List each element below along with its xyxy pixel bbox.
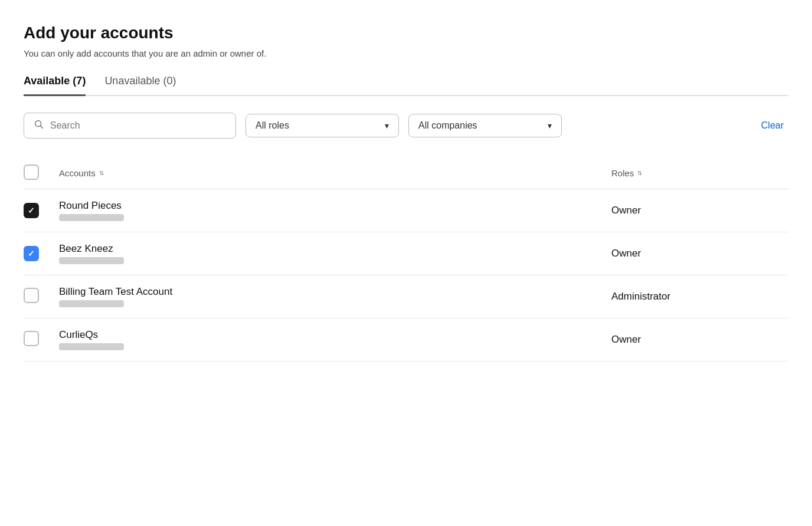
account-sub-label: [59, 257, 124, 264]
role-label: Owner: [611, 248, 641, 259]
companies-select-label: All companies: [418, 120, 477, 131]
row-checkbox-curlie-qs[interactable]: [24, 331, 39, 346]
roles-chevron-icon: ▾: [385, 121, 389, 130]
checkmark-icon: ✓: [28, 249, 35, 258]
account-name: Billing Team Test Account: [59, 286, 611, 298]
row-checkbox-billing-team[interactable]: [24, 288, 39, 303]
page-subtitle: You can only add accounts that you are a…: [24, 48, 788, 58]
search-icon: [34, 119, 44, 132]
table-row: ✓ Round Pieces Owner: [24, 189, 788, 232]
row-checkbox-beez-kneez[interactable]: ✓: [24, 246, 39, 261]
companies-chevron-icon: ▾: [548, 121, 552, 130]
search-wrapper: [24, 113, 236, 139]
table-row: ✓ Beez Kneez Owner: [24, 232, 788, 275]
filters-bar: All roles ▾ All companies ▾ Clear: [24, 113, 788, 139]
role-label: Owner: [611, 205, 641, 216]
table-row: Billing Team Test Account Administrator: [24, 275, 788, 318]
role-label: Owner: [611, 334, 641, 345]
accounts-column-header: Accounts ⇅: [59, 168, 611, 178]
tabs-container: Available (7) Unavailable (0): [24, 75, 788, 96]
account-sub-label: [59, 214, 124, 221]
account-name: CurlieQs: [59, 329, 611, 341]
tab-available[interactable]: Available (7): [24, 75, 86, 96]
accounts-table: Accounts ⇅ Roles ⇅ ✓ Round Pieces Owner: [24, 157, 788, 361]
table-header-row: Accounts ⇅ Roles ⇅: [24, 157, 788, 189]
svg-line-1: [40, 126, 42, 128]
companies-select[interactable]: All companies ▾: [408, 114, 562, 137]
accounts-sort-icon[interactable]: ⇅: [99, 170, 104, 176]
select-all-checkbox[interactable]: [24, 165, 39, 180]
account-name: Round Pieces: [59, 200, 611, 212]
accounts-header-label: Accounts: [59, 168, 96, 178]
row-checkbox-round-pieces[interactable]: ✓: [24, 203, 39, 218]
account-sub-label: [59, 343, 124, 350]
roles-select-label: All roles: [256, 120, 289, 131]
roles-column-header: Roles ⇅: [611, 168, 788, 178]
clear-button[interactable]: Clear: [757, 120, 788, 131]
account-sub-label: [59, 300, 124, 307]
tab-unavailable[interactable]: Unavailable (0): [104, 75, 176, 96]
checkmark-icon: ✓: [28, 206, 35, 215]
account-name: Beez Kneez: [59, 243, 611, 255]
roles-select[interactable]: All roles ▾: [245, 114, 399, 137]
table-row: CurlieQs Owner: [24, 318, 788, 361]
page-title: Add your accounts: [24, 24, 788, 42]
search-input[interactable]: [50, 120, 226, 131]
roles-header-label: Roles: [611, 168, 634, 178]
roles-sort-icon[interactable]: ⇅: [637, 170, 642, 176]
role-label: Administrator: [611, 291, 670, 302]
